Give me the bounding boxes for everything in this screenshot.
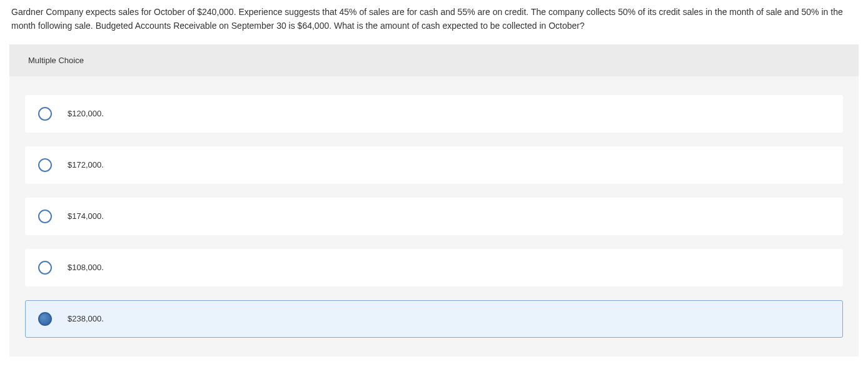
- radio-icon: [38, 261, 52, 275]
- answers-container: Multiple Choice $120,000. $172,000. $174…: [9, 44, 859, 356]
- option-label: $172,000.: [68, 160, 104, 169]
- option-label: $174,000.: [68, 211, 104, 221]
- option-3[interactable]: $108,000.: [25, 249, 843, 286]
- option-4[interactable]: $238,000.: [25, 300, 843, 338]
- option-1[interactable]: $172,000.: [25, 146, 843, 184]
- options-list: $120,000. $172,000. $174,000. $108,000. …: [9, 76, 859, 338]
- option-2[interactable]: $174,000.: [25, 198, 843, 235]
- radio-icon: [38, 158, 52, 172]
- radio-icon: [38, 210, 52, 223]
- option-0[interactable]: $120,000.: [25, 95, 843, 133]
- option-label: $108,000.: [68, 263, 104, 272]
- option-label: $238,000.: [68, 314, 104, 323]
- radio-icon: [38, 312, 52, 326]
- question-text: Gardner Company expects sales for Octobe…: [0, 0, 868, 44]
- option-label: $120,000.: [68, 109, 104, 118]
- radio-icon: [38, 107, 52, 121]
- multiple-choice-header: Multiple Choice: [9, 44, 859, 76]
